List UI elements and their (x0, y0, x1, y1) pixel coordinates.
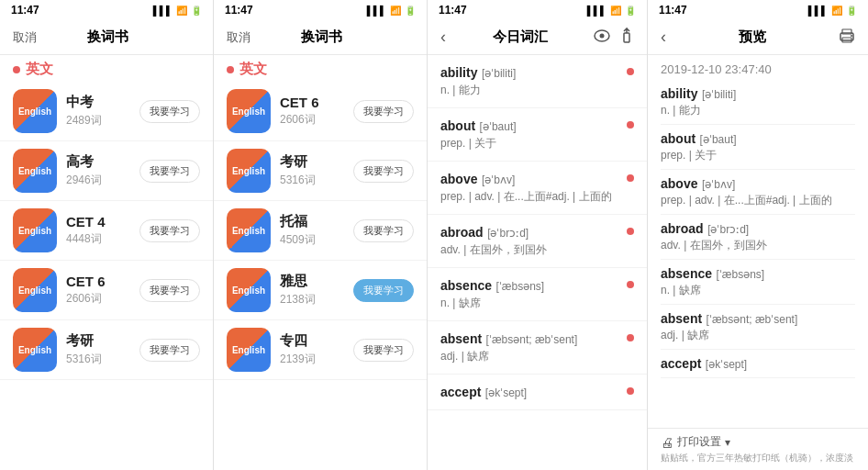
print-settings-button[interactable]: 🖨 打印设置 ▾ (661, 434, 855, 450)
word-text: absent (661, 311, 702, 326)
section-title-2: 英文 (239, 61, 267, 78)
status-icons-3: ▌▌▌ 📶 🔋 (587, 6, 636, 16)
word-text: accept (661, 356, 701, 371)
word-text: absence (440, 278, 492, 293)
wordbook-name: 考研 (66, 332, 130, 350)
list-item: English 高考 2946词 我要学习 (0, 141, 213, 201)
list-item: above [əˈbʌv] prep. | adv. | 在...上面#adj.… (661, 170, 855, 215)
eye-icon[interactable] (594, 29, 610, 46)
print-settings-label: 打印设置 (677, 434, 721, 450)
learn-button[interactable]: 我要学习 (353, 339, 414, 362)
wordbook-count: 2139词 (280, 352, 344, 367)
section-dot-2 (227, 66, 234, 73)
status-bar-1: 11:47 ▌▌▌ 📶 🔋 (0, 0, 213, 20)
preview-footer: 🖨 打印设置 ▾ 贴贴纸，官方三年热敏打印纸（机骑），浓度淡 (648, 428, 868, 470)
list-item: above [əˈbʌv] prep. | adv. | 在...上面#adj.… (428, 162, 647, 215)
wordbook-info: 考研 5316词 (66, 332, 130, 367)
wordbook-count: 2946词 (66, 173, 130, 188)
word-dot (627, 387, 634, 395)
wordbook-info: CET 4 4448词 (66, 214, 130, 247)
wordbook-name: 专四 (280, 332, 344, 350)
wordbook-logo: English (13, 149, 57, 193)
word-content: about [əˈbaut] prep. | 关于 (440, 118, 517, 151)
wordbook-name: 雅思 (280, 273, 344, 290)
status-bar-3: 11:47 ▌▌▌ 📶 🔋 (428, 0, 647, 20)
word-meaning: adv. | 在国外，到国外 (440, 242, 547, 258)
word-meaning: adj. | 缺席 (661, 328, 855, 343)
signal-icon: ▌▌▌ (367, 6, 386, 16)
wordbook-count: 2138词 (280, 292, 344, 308)
word-text: ability (661, 86, 697, 101)
battery-icon: 🔋 (846, 6, 857, 16)
preview-list: ability [əˈbiliti] n. | 能力 about [əˈbaut… (648, 80, 868, 428)
learn-button[interactable]: 我要学习 (139, 279, 200, 302)
list-item: about [əˈbaut] prep. | 关于 (661, 125, 855, 170)
time-1: 11:47 (11, 4, 39, 17)
wordbook-logo: English (227, 268, 271, 312)
learn-button[interactable]: 我要学习 (139, 219, 200, 242)
wordbook-list-1: English 中考 2489词 我要学习 English 高考 2946词 我… (0, 82, 213, 470)
svg-point-1 (600, 33, 605, 38)
word-meaning: prep. | adv. | 在...上面#adj. | 上面的 (440, 189, 612, 205)
list-item: accept [əkˈsept] (428, 375, 647, 410)
word-text: absent (440, 331, 482, 346)
list-item: accept [əkˈsept] (661, 350, 855, 378)
wordbook-logo: English (13, 89, 57, 133)
wordbook-count: 5316词 (66, 352, 130, 367)
wordbook-info: 考研 5316词 (280, 153, 344, 188)
back-button-4[interactable]: ‹ (661, 28, 666, 47)
preview-word-line: absent [ˈæbsənt; æbˈsent] (661, 310, 855, 327)
section-header-1: 英文 (0, 55, 213, 82)
nav-title-1: 换词书 (87, 28, 128, 46)
learn-button[interactable]: 我要学习 (139, 160, 200, 183)
wordbook-name: CET 6 (66, 274, 130, 289)
share-icon[interactable] (619, 28, 634, 48)
panel-word-list: 11:47 ▌▌▌ 📶 🔋 ‹ 今日词汇 (428, 0, 648, 470)
learn-button[interactable]: 我要学习 (353, 219, 414, 242)
learn-button[interactable]: 我要学习 (353, 160, 414, 183)
list-item: English CET 4 4448词 我要学习 (0, 201, 213, 261)
learn-button-active[interactable]: 我要学习 (353, 279, 414, 302)
phonetic-text: [əˈbaut] (700, 133, 737, 146)
word-text: about (440, 118, 475, 133)
word-content: ability [əˈbiliti] n. | 能力 (440, 64, 516, 98)
wordbook-name: 考研 (280, 153, 344, 171)
wordbook-info: 中考 2489词 (66, 94, 130, 129)
status-icons-4: ▌▌▌ 📶 🔋 (808, 6, 857, 16)
print-icon[interactable] (839, 28, 855, 47)
learn-button[interactable]: 我要学习 (139, 339, 200, 362)
word-content: abroad [əˈbrɔːd] adv. | 在国外，到国外 (440, 224, 547, 258)
signal-icon: ▌▌▌ (587, 6, 606, 16)
panel-wordbook-2: 11:47 ▌▌▌ 📶 🔋 取消 换词书 英文 English CET 6 26… (214, 0, 428, 470)
wifi-icon: 📶 (831, 6, 842, 16)
word-dot (627, 68, 634, 75)
word-meaning: adj. | 缺席 (440, 349, 577, 364)
word-dot (627, 174, 634, 182)
wordbook-name: CET 6 (280, 95, 344, 110)
logo-text: English (232, 345, 265, 355)
preview-word-line: accept [əkˈsept] (661, 355, 855, 372)
logo-text: English (18, 106, 51, 117)
word-content: above [əˈbʌv] prep. | adv. | 在...上面#adj.… (440, 171, 612, 205)
cancel-button-1[interactable]: 取消 (13, 29, 37, 46)
list-item: absence [ˈæbsəns] n. | 缺席 (428, 268, 647, 321)
learn-button[interactable]: 我要学习 (353, 100, 414, 123)
phonetic-text: [əˈbiliti] (702, 88, 736, 101)
learn-button[interactable]: 我要学习 (139, 100, 200, 123)
signal-icon: ▌▌▌ (153, 6, 172, 16)
status-bar-4: 11:47 ▌▌▌ 📶 🔋 (648, 0, 868, 20)
wordbook-info: 托福 4509词 (280, 213, 344, 248)
back-button-3[interactable]: ‹ (440, 28, 446, 47)
list-item: English 托福 4509词 我要学习 (214, 201, 427, 261)
list-item: abroad [əˈbrɔːd] adv. | 在国外，到国外 (661, 215, 855, 260)
wordbook-name: 中考 (66, 94, 130, 111)
cancel-button-2[interactable]: 取消 (227, 29, 250, 46)
wordbook-count: 4448词 (66, 231, 130, 247)
wordbook-name: 托福 (280, 213, 344, 230)
list-item: about [əˈbaut] prep. | 关于 (428, 108, 647, 162)
nav-bar-1: 取消 换词书 (0, 20, 213, 55)
word-content: absent [ˈæbsənt; æbˈsent] adj. | 缺席 (440, 330, 577, 364)
list-item: absence [ˈæbsəns] n. | 缺席 (661, 260, 855, 305)
logo-text: English (18, 226, 51, 236)
nav-title-2: 换词书 (301, 28, 342, 46)
